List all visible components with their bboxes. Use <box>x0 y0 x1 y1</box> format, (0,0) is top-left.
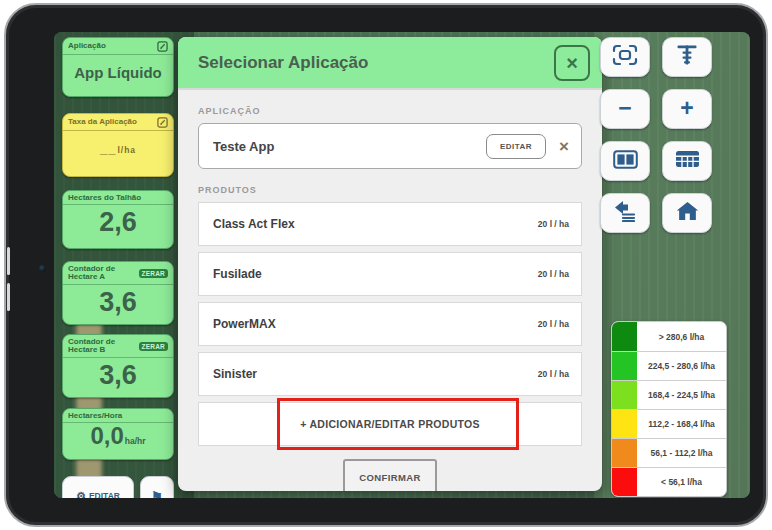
card-aplicacao: Aplicação App Líquido <box>62 37 174 97</box>
card-value: __l/ha <box>63 131 173 166</box>
add-edit-products-button[interactable]: + ADICIONAR/EDITAR PRODUTOS <box>198 402 582 446</box>
legend-row: > 280,6 l/ha <box>612 322 726 351</box>
front-camera <box>39 265 46 272</box>
card-contador-hectare-b: Contador de Hectare B ZERAR 3,6 <box>62 334 174 398</box>
modal-body: APLICAÇÃO Teste App EDITAR × PRODUTOS Cl… <box>178 90 602 491</box>
grid-view-icon <box>675 150 700 172</box>
gear-icon: ⚙ <box>76 490 86 499</box>
card-title: Contador de Hectare B <box>68 338 137 355</box>
card-value: 2,6 <box>63 205 173 242</box>
confirmar-button[interactable]: CONFIRMAR <box>343 459 437 491</box>
card-value: 0,0ha/hr <box>63 423 173 454</box>
close-button[interactable]: × <box>554 45 590 81</box>
card-title: Hectares do Talhão <box>68 194 141 202</box>
card-taxa-aplicacao: Taxa da Aplicação __l/ha <box>62 113 174 177</box>
product-row[interactable]: Fusilade 20 l / ha <box>198 252 582 296</box>
rate-legend: > 280,6 l/ha 224,5 - 280,6 l/ha 168,4 - … <box>611 321 727 497</box>
zoom-out-button[interactable]: − <box>600 89 650 129</box>
card-title: Contador de Hectare A <box>68 265 137 282</box>
application-item-row[interactable]: Teste App EDITAR × <box>198 123 582 169</box>
remove-application-icon[interactable]: × <box>559 138 569 155</box>
product-row[interactable]: Class Act Flex 20 l / ha <box>198 202 582 246</box>
sidebar-bottom-buttons: ⚙ EDITAR ⚑ <box>62 476 174 498</box>
volume-button <box>7 283 10 311</box>
legend-label: 56,1 - 112,2 l/ha <box>637 439 726 467</box>
zerar-button[interactable]: ZERAR <box>139 269 168 278</box>
card-hectares-hora: Hectares/Hora 0,0ha/hr <box>62 408 174 460</box>
legend-row: 56,1 - 112,2 l/ha <box>612 438 726 467</box>
select-application-modal: Selecionar Aplicação × APLICAÇÃO Teste A… <box>178 37 602 491</box>
product-name: PowerMAX <box>213 317 538 331</box>
legend-label: 168,4 - 224,5 l/ha <box>637 381 726 409</box>
product-rate: 20 l / ha <box>538 269 569 279</box>
edit-icon[interactable] <box>157 117 168 128</box>
metrics-sidebar: Aplicação App Líquido Taxa da Aplicação … <box>62 37 174 498</box>
volume-button <box>7 247 10 275</box>
sidebar-editar-button[interactable]: ⚙ EDITAR <box>62 476 134 498</box>
card-title: Aplicação <box>68 42 106 50</box>
app-screen: Aplicação App Líquido Taxa da Aplicação … <box>54 32 750 498</box>
modal-title: Selecionar Aplicação <box>198 53 554 73</box>
split-view-button[interactable] <box>600 141 650 181</box>
product-name: Sinister <box>213 367 538 381</box>
card-value: 3,6 <box>63 285 173 322</box>
legend-swatch <box>612 322 637 351</box>
boom-height-button[interactable] <box>662 37 712 77</box>
zerar-button[interactable]: ZERAR <box>139 342 168 351</box>
layers-swap-button[interactable] <box>600 193 650 233</box>
legend-row: 112,2 - 168,4 l/ha <box>612 409 726 438</box>
card-unit: ha/hr <box>125 436 146 446</box>
product-name: Fusilade <box>213 267 538 281</box>
boom-height-icon <box>675 43 699 71</box>
product-rate: 20 l / ha <box>538 319 569 329</box>
screenshot-stage: Aplicação App Líquido Taxa da Aplicação … <box>0 0 772 530</box>
map-controls: − + <box>600 37 712 233</box>
card-title: Hectares/Hora <box>68 412 122 420</box>
card-contador-hectare-a: Contador de Hectare A ZERAR 3,6 <box>62 261 174 325</box>
card-title: Taxa da Aplicação <box>68 118 137 126</box>
zoom-in-button[interactable]: + <box>662 89 712 129</box>
grid-view-button[interactable] <box>662 141 712 181</box>
home-icon <box>676 201 699 225</box>
product-row[interactable]: PowerMAX 20 l / ha <box>198 302 582 346</box>
product-row[interactable]: Sinister 20 l / ha <box>198 352 582 396</box>
sidebar-flag-button[interactable]: ⚑ <box>140 476 174 498</box>
center-focus-icon <box>612 44 638 70</box>
legend-swatch <box>612 381 637 409</box>
legend-swatch <box>612 410 637 438</box>
legend-row: < 56,1 l/ha <box>612 467 726 496</box>
modal-header: Selecionar Aplicação × <box>178 37 602 90</box>
product-name: Class Act Flex <box>213 217 538 231</box>
flag-icon: ⚑ <box>151 489 163 499</box>
close-icon: × <box>566 53 578 73</box>
home-button[interactable] <box>662 193 712 233</box>
minus-icon: − <box>618 97 631 120</box>
legend-label: 224,5 - 280,6 l/ha <box>637 352 726 380</box>
application-name: Teste App <box>213 139 486 154</box>
edit-icon[interactable] <box>157 41 168 52</box>
split-view-icon <box>613 150 638 173</box>
product-rate: 20 l / ha <box>538 219 569 229</box>
layers-swap-icon <box>613 200 637 226</box>
legend-swatch <box>612 468 637 496</box>
legend-swatch <box>612 439 637 467</box>
product-rate: 20 l / ha <box>538 369 569 379</box>
produtos-section-label: PRODUTOS <box>198 185 582 195</box>
legend-row: 168,4 - 224,5 l/ha <box>612 380 726 409</box>
card-unit: l/ha <box>117 145 136 155</box>
add-edit-products-label: + ADICIONAR/EDITAR PRODUTOS <box>300 418 480 430</box>
legend-row: 224,5 - 280,6 l/ha <box>612 351 726 380</box>
legend-swatch <box>612 352 637 380</box>
card-value: 3,6 <box>63 358 173 395</box>
plus-icon: + <box>680 97 693 120</box>
card-hectares-talhao: Hectares do Talhão 2,6 <box>62 190 174 249</box>
legend-label: < 56,1 l/ha <box>637 468 726 496</box>
legend-label: > 280,6 l/ha <box>637 322 726 351</box>
legend-label: 112,2 - 168,4 l/ha <box>637 410 726 438</box>
center-focus-button[interactable] <box>600 37 650 77</box>
editar-button[interactable]: EDITAR <box>486 134 546 159</box>
sidebar-editar-label: EDITAR <box>89 491 120 498</box>
card-value: App Líquido <box>63 55 173 91</box>
aplicacao-section-label: APLICAÇÃO <box>198 106 582 116</box>
